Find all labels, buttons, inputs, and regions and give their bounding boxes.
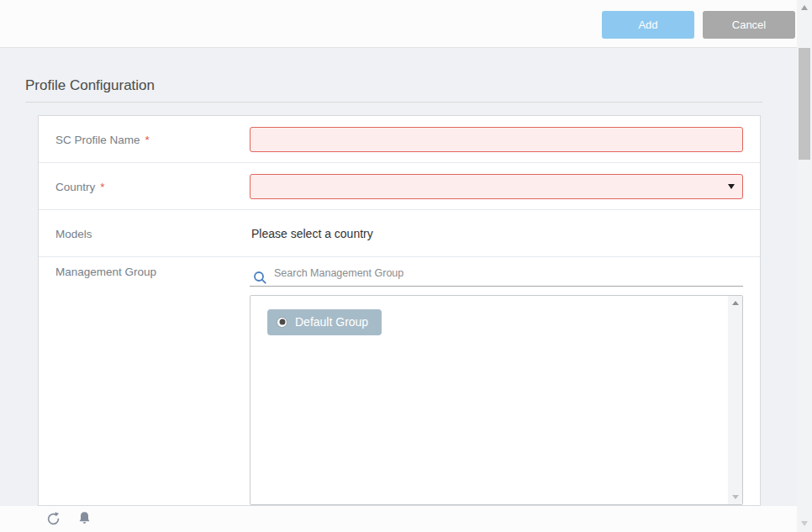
management-group-option-default-group[interactable]: Default Group <box>267 309 382 335</box>
radio-selected-icon <box>277 317 287 328</box>
country-label-text: Country <box>55 180 95 192</box>
page-title: Profile Configuration <box>25 77 155 94</box>
notifications-bell-icon <box>77 511 92 526</box>
search-icon <box>253 271 267 285</box>
top-toolbar: Add Cancel <box>0 0 797 48</box>
footer-bar <box>0 506 797 532</box>
page-scrollbar <box>797 0 812 532</box>
field-row-models: Models Please select a country <box>39 210 760 257</box>
management-group-listbox[interactable]: Default Group <box>250 295 743 505</box>
option-label: Default Group <box>295 315 368 329</box>
scroll-up-icon[interactable] <box>732 301 739 305</box>
field-row-country: Country* <box>39 163 760 210</box>
refresh-button[interactable] <box>45 511 61 528</box>
scrollbar-down-icon[interactable] <box>801 521 808 526</box>
required-asterisk: * <box>100 180 104 192</box>
management-group-label: Management Group <box>55 266 156 278</box>
models-info-text: Please select a country <box>251 227 373 240</box>
models-label: Models <box>55 227 92 240</box>
management-group-search-input[interactable] <box>267 264 743 286</box>
country-label: Country* <box>55 180 105 192</box>
sc-profile-name-label: SC Profile Name* <box>55 133 150 145</box>
title-divider <box>25 102 762 103</box>
add-button[interactable]: Add <box>602 11 694 39</box>
refresh-icon <box>45 511 61 527</box>
scrollbar-thumb[interactable] <box>799 48 810 160</box>
notifications-button[interactable] <box>76 511 92 528</box>
required-asterisk: * <box>145 133 150 145</box>
country-select[interactable] <box>250 174 743 199</box>
listbox-scrollbar[interactable] <box>728 296 742 504</box>
scrollbar-up-icon[interactable] <box>801 5 808 10</box>
field-row-management-group: Management Group Default Group <box>39 257 760 505</box>
sc-profile-name-label-text: SC Profile Name <box>55 133 140 145</box>
sc-profile-name-input[interactable] <box>250 127 743 152</box>
scroll-down-icon[interactable] <box>732 495 739 499</box>
field-row-sc-profile-name: SC Profile Name* <box>39 116 760 163</box>
chevron-down-icon <box>728 184 735 189</box>
profile-configuration-form: SC Profile Name* Country* Models Please … <box>38 115 761 506</box>
management-group-search <box>250 264 743 287</box>
cancel-button[interactable]: Cancel <box>703 11 795 39</box>
